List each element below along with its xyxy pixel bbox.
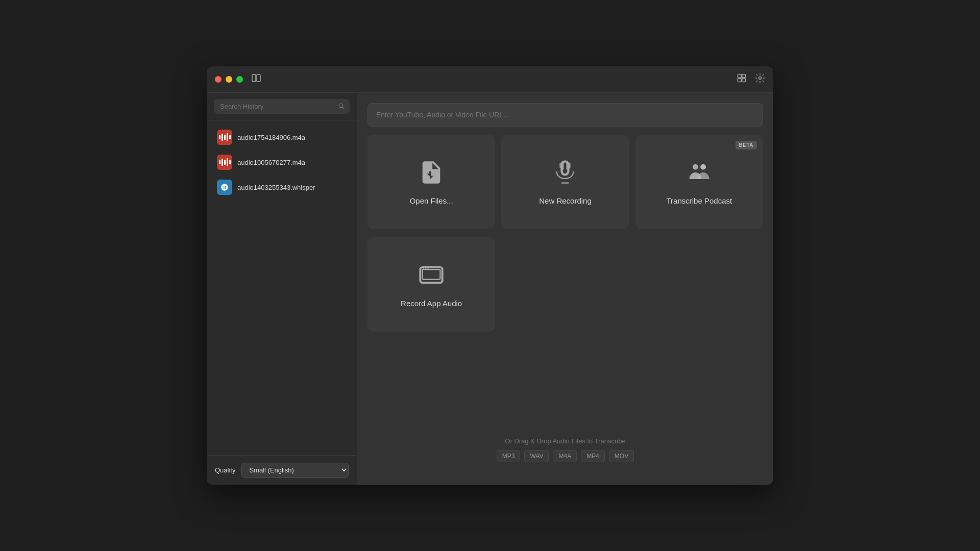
search-input[interactable] <box>214 99 350 114</box>
microphone-icon <box>552 159 578 189</box>
whisper-file-icon <box>217 180 232 195</box>
history-item-name: audio1403255343.whisper <box>237 184 315 191</box>
settings-icon[interactable] <box>755 73 765 86</box>
svg-rect-8 <box>560 162 561 168</box>
list-item[interactable]: audio1754184906.m4a <box>210 125 354 149</box>
beta-badge: BETA <box>736 141 757 149</box>
svg-point-17 <box>425 268 426 269</box>
record-app-audio-label: Record App Audio <box>401 299 462 308</box>
svg-rect-0 <box>252 74 256 82</box>
format-tag-wav: WAV <box>524 450 549 462</box>
action-grid-bottom: Record App Audio <box>368 237 763 332</box>
svg-rect-11 <box>569 162 571 168</box>
history-icon[interactable] <box>737 73 747 86</box>
new-recording-label: New Recording <box>539 196 592 205</box>
maximize-button[interactable] <box>236 76 243 83</box>
history-item-name: audio1005670277.m4a <box>237 159 305 166</box>
quality-label: Quality <box>215 466 235 474</box>
list-item[interactable]: audio1005670277.m4a <box>210 150 354 174</box>
open-files-card[interactable]: Open Files... <box>368 135 495 229</box>
svg-rect-4 <box>738 79 742 82</box>
drag-drop-area: Or Drag & Drop Audio Files to Transcribe… <box>368 340 763 474</box>
sidebar-toggle-button[interactable] <box>251 73 261 86</box>
screen-record-icon <box>418 262 445 292</box>
main-content: audio1754184906.m4a audio1005670277.m4a <box>207 93 773 485</box>
svg-point-6 <box>759 77 762 80</box>
record-app-audio-card[interactable]: Record App Audio <box>368 237 495 332</box>
close-button[interactable] <box>215 76 222 83</box>
list-item[interactable]: audio1403255343.whisper <box>210 175 354 199</box>
audio-file-icon <box>217 155 232 170</box>
format-tag-m4a: M4A <box>553 450 577 462</box>
history-item-name: audio1754184906.m4a <box>237 134 305 141</box>
svg-point-12 <box>693 164 698 169</box>
svg-rect-3 <box>742 74 746 78</box>
transcribe-podcast-card[interactable]: BETA Transcribe Podcast <box>635 135 763 229</box>
svg-rect-2 <box>738 74 742 78</box>
drag-drop-text: Or Drag & Drop Audio Files to Transcribe <box>505 437 625 445</box>
podcast-icon <box>686 159 713 189</box>
audio-file-icon <box>217 130 232 145</box>
url-input[interactable] <box>368 103 763 127</box>
search-wrapper <box>214 99 350 114</box>
svg-rect-9 <box>562 161 564 169</box>
svg-point-13 <box>700 164 706 169</box>
file-download-icon <box>418 159 445 189</box>
format-tag-mov: MOV <box>609 450 634 462</box>
quality-select[interactable]: Tiny Small (English) Medium Large <box>241 463 349 478</box>
search-container <box>207 93 357 120</box>
sidebar: audio1754184906.m4a audio1005670277.m4a <box>207 93 357 485</box>
svg-rect-15 <box>423 269 440 280</box>
transcribe-podcast-label: Transcribe Podcast <box>666 196 732 205</box>
title-bar-right <box>737 73 765 86</box>
open-files-label: Open Files... <box>410 196 453 205</box>
svg-rect-5 <box>742 79 746 82</box>
svg-rect-10 <box>567 161 568 169</box>
sidebar-footer: Quality Tiny Small (English) Medium Larg… <box>207 455 357 485</box>
format-tag-mp3: MP3 <box>497 450 521 462</box>
action-grid-top: Open Files... <box>368 135 763 229</box>
title-bar <box>207 66 773 93</box>
minimize-button[interactable] <box>226 76 232 83</box>
svg-point-18 <box>428 268 429 269</box>
app-window: audio1754184906.m4a audio1005670277.m4a <box>207 66 773 485</box>
svg-point-16 <box>423 268 424 269</box>
traffic-lights <box>215 76 243 83</box>
svg-rect-1 <box>257 74 260 82</box>
right-panel: Open Files... <box>357 93 773 485</box>
history-list: audio1754184906.m4a audio1005670277.m4a <box>207 120 357 455</box>
format-tags: MP3 WAV M4A MP4 MOV <box>497 450 634 462</box>
new-recording-card[interactable]: New Recording <box>501 135 629 229</box>
format-tag-mp4: MP4 <box>581 450 605 462</box>
